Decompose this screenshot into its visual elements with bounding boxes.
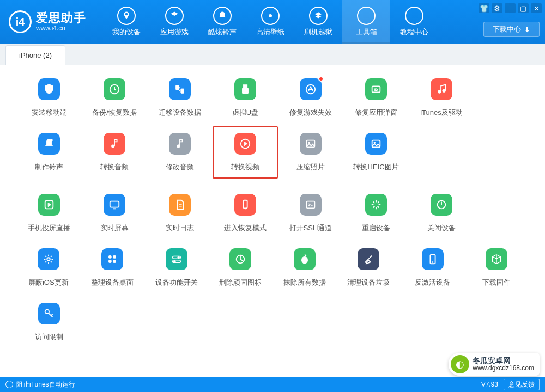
tool-erase-all[interactable]: 抹除所有数据 [272, 248, 337, 287]
nav-label: 酷炫铃声 [208, 27, 237, 37]
tool-label: 制作铃声 [35, 162, 63, 172]
tool-convert-audio[interactable]: 转换音频 [82, 133, 147, 179]
window-controls: 👕 ⚙ — ▢ ✕ [479, 3, 542, 13]
tool-remove-stubborn[interactable]: 删除顽固图标 [209, 248, 273, 287]
svg-rect-24 [243, 200, 247, 209]
install-client-icon: i4 [38, 78, 60, 100]
tool-label: 手机投屏直播 [28, 223, 70, 233]
tool-access-limit[interactable]: 访问限制 [16, 303, 82, 342]
close-button[interactable]: ✕ [531, 3, 542, 13]
tool-label: 修复游戏失效 [289, 108, 332, 118]
tab-iphone[interactable]: iPhone (2) [5, 45, 65, 65]
nav-ringtones[interactable]: 酷炫铃声 [198, 0, 246, 44]
tool-fix-popup[interactable]: ID修复应用弹窗 [343, 78, 409, 118]
svg-point-27 [47, 258, 50, 261]
tool-itunes-driver[interactable]: iTunes及驱动 [409, 78, 474, 118]
tool-convert-heic[interactable]: 转换HEIC图片 [343, 133, 409, 179]
tool-feature-toggle[interactable]: 设备功能开关 [144, 248, 209, 287]
svg-rect-31 [113, 260, 116, 263]
tool-label: 抹除所有数据 [283, 278, 326, 287]
compress-photo-icon [300, 133, 322, 155]
svg-rect-18 [307, 140, 315, 148]
wallpapers-icon [261, 7, 280, 25]
reboot-icon [365, 194, 387, 216]
tool-realtime-log[interactable]: 实时日志 [147, 194, 213, 233]
tool-realtime-screen[interactable]: 实时屏幕 [82, 194, 147, 233]
nav-app-games[interactable]: 应用游戏 [150, 0, 198, 44]
tool-make-ring[interactable]: 制作铃声 [16, 133, 82, 179]
settings-icon[interactable]: ⚙ [492, 3, 502, 13]
tool-label: 安装移动端 [32, 108, 67, 118]
tool-backup[interactable]: 备份/恢复数据 [82, 78, 147, 118]
tool-screen-cast[interactable]: 手机投屏直播 [16, 194, 82, 233]
tool-label: 备份/恢复数据 [92, 108, 137, 118]
backup-icon [104, 78, 125, 100]
tool-deactivate[interactable]: 反激活设备 [401, 248, 465, 287]
svg-point-38 [432, 262, 433, 263]
tool-edit-audio[interactable]: 修改音频 [147, 133, 213, 179]
realtime-screen-icon [104, 194, 125, 216]
tool-label: 压缩照片 [296, 162, 325, 172]
svg-rect-28 [109, 256, 112, 259]
tool-label: 设备功能开关 [155, 278, 198, 287]
tool-convert-video[interactable]: 转换视频 [213, 126, 278, 179]
nav-wallpapers[interactable]: 高清壁纸 [246, 0, 294, 44]
block-itunes-checkbox[interactable] [5, 381, 13, 388]
block-itunes-label: 阻止iTunes自动运行 [16, 380, 75, 389]
watermark-url: www.dgxcdz168.com [473, 364, 534, 372]
tool-grid: i4安装移动端备份/恢复数据迁移设备数据虚拟U盘修复游戏失效ID修复应用弹窗iT… [0, 65, 545, 370]
tool-label: 清理设备垃圾 [347, 278, 390, 287]
nav-flash[interactable]: 刷机越狱 [294, 0, 342, 44]
tool-label: 关闭设备 [427, 223, 456, 233]
nav-label: 教程中心 [400, 27, 428, 37]
skin-icon[interactable]: 👕 [479, 3, 489, 13]
tool-recovery[interactable]: 进入恢复模式 [213, 194, 278, 233]
nav-toolbox[interactable]: 工具箱 [342, 0, 390, 44]
shutdown-icon [431, 194, 452, 216]
edit-audio-icon [169, 133, 191, 155]
itunes-driver-icon [431, 78, 452, 100]
tool-label: 打开SSH通道 [289, 223, 332, 233]
svg-text:i4: i4 [47, 87, 51, 93]
block-ios-update-icon [38, 248, 59, 270]
tool-block-ios-update[interactable]: 屏蔽iOS更新 [16, 248, 81, 287]
tool-download-fw[interactable]: 下载固件 [465, 248, 529, 287]
nav-my-device[interactable]: 我的设备 [102, 0, 150, 44]
erase-all-icon [294, 248, 316, 270]
convert-video-icon [234, 133, 256, 155]
svg-rect-29 [113, 256, 116, 259]
tool-migrate[interactable]: 迁移设备数据 [147, 78, 213, 118]
access-limit-icon [38, 303, 60, 324]
tool-clean-trash[interactable]: 清理设备垃圾 [337, 248, 401, 287]
download-fw-icon [486, 248, 507, 270]
tool-label: 访问限制 [35, 332, 63, 342]
tool-label: 整理设备桌面 [91, 278, 134, 287]
tool-fix-game[interactable]: 修复游戏失效 [278, 78, 343, 118]
deactivate-icon [422, 248, 444, 270]
screen-cast-icon [38, 194, 60, 216]
tool-label: 删除顽固图标 [219, 278, 262, 287]
tool-compress-photo[interactable]: 压缩照片 [278, 133, 343, 179]
tool-shutdown[interactable]: 关闭设备 [409, 194, 474, 233]
tool-ssh[interactable]: 打开SSH通道 [278, 194, 343, 233]
download-center-button[interactable]: 下载中心 ⬇ [483, 22, 540, 37]
tool-install-client[interactable]: i4安装移动端 [16, 78, 82, 118]
minimize-button[interactable]: — [505, 3, 516, 13]
remove-stubborn-icon [229, 248, 251, 270]
tool-organize-desktop[interactable]: 整理设备桌面 [81, 248, 145, 287]
recovery-icon [234, 194, 256, 216]
feedback-button[interactable]: 意见反馈 [504, 379, 540, 390]
maximize-button[interactable]: ▢ [518, 3, 529, 13]
tool-virtual-udisk[interactable]: 虚拟U盘 [213, 78, 278, 118]
svg-rect-8 [243, 88, 249, 94]
tool-label: 进入恢复模式 [224, 223, 267, 233]
svg-rect-23 [110, 201, 119, 207]
svg-point-2 [410, 12, 418, 20]
nav-tutorial[interactable]: 教程中心 [390, 0, 438, 44]
nav-label: 工具箱 [356, 27, 377, 37]
tool-label: 迁移设备数据 [159, 108, 201, 118]
tool-reboot[interactable]: 重启设备 [343, 194, 409, 233]
nav-label: 刷机越狱 [304, 27, 332, 37]
logo-subtitle: www.i4.cn [36, 25, 86, 32]
watermark-icon: ◐ [451, 355, 469, 373]
